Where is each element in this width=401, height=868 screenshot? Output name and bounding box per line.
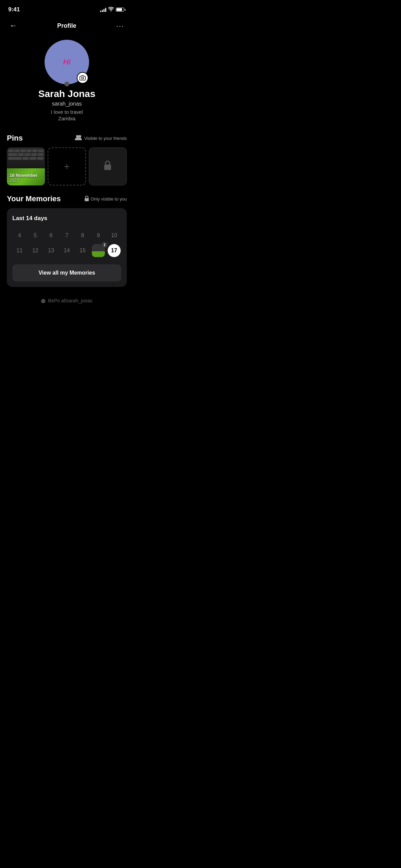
memories-section: Your Memories Only visible to you Last 1… [0,189,134,292]
pin-item-photo[interactable]: 16 November 2023 [7,147,45,185]
cal-day-8: 8 [75,229,90,242]
cal-day-12: 12 [28,244,42,257]
status-bar: 9:41 [0,0,134,17]
pin-photo: 16 November 2023 [7,147,45,185]
avatar-container: Hi [45,40,89,84]
cal-day-6: 6 [44,229,58,242]
pins-grid: 16 November 2023 + [7,147,127,185]
change-avatar-button[interactable] [77,72,88,84]
cal-day-4: 4 [12,229,27,242]
pins-visibility-label: Visible to your friends [84,136,127,141]
pin-date-overlay: 16 November 2023 [10,173,38,183]
status-icons [100,7,125,12]
cal-day-15: 15 [75,244,90,257]
day-thumb-green [92,251,105,257]
cal-day-11: 11 [12,244,27,257]
cal-day-9: 9 [91,229,106,242]
avatar-section: Hi Sarah Jonas sarah_jonas I love to tra… [0,37,134,127]
cal-day-16[interactable]: 2 [91,244,106,257]
avatar-dot [64,82,69,86]
bottom-hint: ◎ BePo al/sarah_jonas [0,292,134,307]
bepo-icon: ◎ [41,298,45,303]
view-all-memories-button[interactable]: View all my Memories [12,264,121,281]
profile-username: sarah_jonas [52,101,82,107]
memories-card: Last 14 days 4 5 6 7 8 9 10 11 12 13 14 … [7,208,127,287]
pin-item-locked[interactable] [89,147,127,185]
avatar-initials: Hi [63,58,71,67]
memories-visibility: Only visible to you [84,196,127,202]
cal-day-14: 14 [60,244,74,257]
status-time: 9:41 [8,6,20,13]
memories-period: Last 14 days [12,215,121,222]
friends-icon [75,135,82,142]
battery-icon [116,8,125,12]
cal-day-7: 7 [60,229,74,242]
bepo-link: BePo al/sarah_jonas [48,298,92,303]
profile-location: Zambia [58,116,75,121]
pin-year: 2023 [10,178,38,183]
more-options-button[interactable]: ··· [113,21,127,31]
memories-title: Your Memories [7,194,61,203]
header: ← Profile ··· [0,17,134,37]
pins-visibility: Visible to your friends [75,135,127,142]
pins-section: Pins Visible to your friends [0,127,134,189]
signal-icon [100,7,106,12]
pins-title: Pins [7,134,23,143]
add-pin-icon: + [64,161,70,172]
svg-point-2 [78,135,81,138]
cal-day-10: 10 [107,229,121,242]
cal-day-5: 5 [28,229,42,242]
keyboard-image [7,147,45,168]
wifi-icon [108,7,114,12]
svg-rect-3 [104,165,111,170]
cal-day-17[interactable]: 17 [107,244,121,257]
lock-small-icon [84,196,89,202]
pin-date: 16 November [10,173,38,178]
svg-point-1 [76,135,79,138]
back-button[interactable]: ← [7,20,20,32]
day-17-circle: 17 [108,244,121,257]
pins-header: Pins Visible to your friends [7,134,127,143]
svg-rect-4 [85,198,89,201]
calendar-grid: 4 5 6 7 8 9 10 11 12 13 14 15 2 [12,229,121,257]
lock-icon [103,160,112,173]
profile-bio: I love to travel [51,109,83,115]
svg-point-0 [82,77,84,79]
profile-name: Sarah Jonas [38,88,96,99]
memories-visibility-label: Only visible to you [91,196,127,202]
cal-day-13: 13 [44,244,58,257]
memories-header: Your Memories Only visible to you [7,194,127,203]
pin-item-add[interactable]: + [48,147,86,185]
page-title: Profile [57,22,76,29]
